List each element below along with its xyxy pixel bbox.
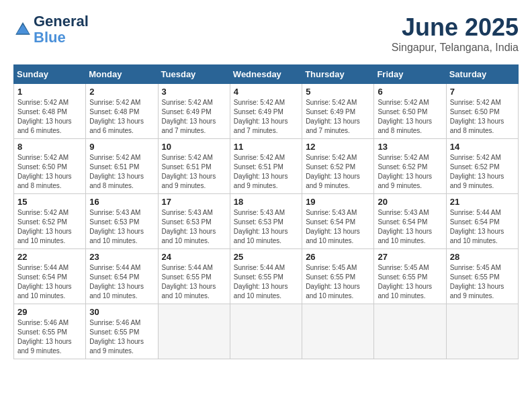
calendar-cell: 8Sunrise: 5:42 AM Sunset: 6:50 PM Daylig… [14, 139, 86, 194]
day-number: 22 [17, 252, 82, 262]
day-info: Sunrise: 5:44 AM Sunset: 6:54 PM Dayligh… [17, 263, 82, 301]
calendar-cell: 5Sunrise: 5:42 AM Sunset: 6:49 PM Daylig… [302, 84, 374, 139]
calendar-cell: 16Sunrise: 5:43 AM Sunset: 6:53 PM Dayli… [86, 194, 158, 249]
day-info: Sunrise: 5:42 AM Sunset: 6:52 PM Dayligh… [306, 153, 370, 191]
page-header: General Blue June 2025 Singapur, Telanga… [13, 13, 519, 54]
week-row-3: 15Sunrise: 5:42 AM Sunset: 6:52 PM Dayli… [14, 194, 519, 249]
calendar-cell: 24Sunrise: 5:44 AM Sunset: 6:55 PM Dayli… [158, 249, 230, 304]
day-info: Sunrise: 5:44 AM Sunset: 6:55 PM Dayligh… [234, 263, 298, 301]
day-info: Sunrise: 5:42 AM Sunset: 6:50 PM Dayligh… [17, 153, 82, 191]
day-number: 23 [89, 252, 154, 262]
calendar-cell: 13Sunrise: 5:42 AM Sunset: 6:52 PM Dayli… [374, 139, 446, 194]
calendar-cell: 22Sunrise: 5:44 AM Sunset: 6:54 PM Dayli… [14, 249, 86, 304]
day-info: Sunrise: 5:42 AM Sunset: 6:51 PM Dayligh… [89, 153, 154, 191]
day-number: 24 [162, 252, 226, 262]
day-number: 3 [162, 87, 226, 97]
calendar-cell: 21Sunrise: 5:44 AM Sunset: 6:54 PM Dayli… [446, 194, 518, 249]
day-header-friday: Friday [374, 65, 446, 84]
calendar-cell: 17Sunrise: 5:43 AM Sunset: 6:53 PM Dayli… [158, 194, 230, 249]
day-number: 4 [234, 87, 298, 97]
header-row: SundayMondayTuesdayWednesdayThursdayFrid… [14, 65, 519, 84]
day-number: 2 [89, 87, 154, 97]
calendar-cell: 2Sunrise: 5:42 AM Sunset: 6:48 PM Daylig… [86, 84, 158, 139]
day-number: 6 [378, 87, 442, 97]
svg-marker-1 [17, 24, 30, 34]
calendar-cell: 3Sunrise: 5:42 AM Sunset: 6:49 PM Daylig… [158, 84, 230, 139]
day-info: Sunrise: 5:42 AM Sunset: 6:52 PM Dayligh… [450, 153, 515, 191]
day-number: 25 [234, 252, 298, 262]
day-info: Sunrise: 5:44 AM Sunset: 6:55 PM Dayligh… [162, 263, 226, 301]
calendar-cell [302, 304, 374, 359]
calendar-cell: 15Sunrise: 5:42 AM Sunset: 6:52 PM Dayli… [14, 194, 86, 249]
day-info: Sunrise: 5:45 AM Sunset: 6:55 PM Dayligh… [450, 263, 515, 301]
day-number: 1 [17, 87, 82, 97]
calendar-cell: 9Sunrise: 5:42 AM Sunset: 6:51 PM Daylig… [86, 139, 158, 194]
day-header-thursday: Thursday [302, 65, 374, 84]
day-info: Sunrise: 5:43 AM Sunset: 6:54 PM Dayligh… [378, 208, 442, 246]
day-number: 19 [306, 197, 370, 207]
day-info: Sunrise: 5:42 AM Sunset: 6:48 PM Dayligh… [89, 98, 154, 136]
calendar-cell: 7Sunrise: 5:42 AM Sunset: 6:50 PM Daylig… [446, 84, 518, 139]
day-info: Sunrise: 5:42 AM Sunset: 6:51 PM Dayligh… [162, 153, 226, 191]
day-number: 13 [378, 142, 442, 152]
calendar-cell [446, 304, 518, 359]
calendar-cell: 30Sunrise: 5:46 AM Sunset: 6:55 PM Dayli… [86, 304, 158, 359]
day-info: Sunrise: 5:42 AM Sunset: 6:52 PM Dayligh… [17, 208, 82, 246]
day-number: 5 [306, 87, 370, 97]
day-number: 21 [450, 197, 515, 207]
day-number: 9 [89, 142, 154, 152]
day-info: Sunrise: 5:43 AM Sunset: 6:53 PM Dayligh… [234, 208, 298, 246]
day-number: 28 [450, 252, 515, 262]
day-info: Sunrise: 5:46 AM Sunset: 6:55 PM Dayligh… [89, 318, 154, 356]
week-row-4: 22Sunrise: 5:44 AM Sunset: 6:54 PM Dayli… [14, 249, 519, 304]
calendar-cell: 1Sunrise: 5:42 AM Sunset: 6:48 PM Daylig… [14, 84, 86, 139]
calendar-cell: 12Sunrise: 5:42 AM Sunset: 6:52 PM Dayli… [302, 139, 374, 194]
calendar-cell: 4Sunrise: 5:42 AM Sunset: 6:49 PM Daylig… [230, 84, 302, 139]
calendar-cell [158, 304, 230, 359]
day-header-wednesday: Wednesday [230, 65, 302, 84]
week-row-2: 8Sunrise: 5:42 AM Sunset: 6:50 PM Daylig… [14, 139, 519, 194]
day-info: Sunrise: 5:42 AM Sunset: 6:49 PM Dayligh… [162, 98, 226, 136]
calendar-cell: 19Sunrise: 5:43 AM Sunset: 6:54 PM Dayli… [302, 194, 374, 249]
day-info: Sunrise: 5:44 AM Sunset: 6:54 PM Dayligh… [450, 208, 515, 246]
day-number: 12 [306, 142, 370, 152]
day-number: 7 [450, 87, 515, 97]
day-header-sunday: Sunday [14, 65, 86, 84]
day-number: 14 [450, 142, 515, 152]
day-info: Sunrise: 5:42 AM Sunset: 6:50 PM Dayligh… [378, 98, 442, 136]
calendar-table: SundayMondayTuesdayWednesdayThursdayFrid… [13, 64, 519, 359]
day-number: 27 [378, 252, 442, 262]
subtitle: Singapur, Telangana, India [392, 42, 519, 54]
calendar-cell: 28Sunrise: 5:45 AM Sunset: 6:55 PM Dayli… [446, 249, 518, 304]
day-number: 15 [17, 197, 82, 207]
calendar-cell: 27Sunrise: 5:45 AM Sunset: 6:55 PM Dayli… [374, 249, 446, 304]
calendar-cell: 20Sunrise: 5:43 AM Sunset: 6:54 PM Dayli… [374, 194, 446, 249]
title-block: June 2025 Singapur, Telangana, India [392, 13, 519, 54]
day-info: Sunrise: 5:45 AM Sunset: 6:55 PM Dayligh… [378, 263, 442, 301]
day-header-saturday: Saturday [446, 65, 518, 84]
day-info: Sunrise: 5:43 AM Sunset: 6:53 PM Dayligh… [162, 208, 226, 246]
day-number: 20 [378, 197, 442, 207]
calendar-cell: 18Sunrise: 5:43 AM Sunset: 6:53 PM Dayli… [230, 194, 302, 249]
day-number: 18 [234, 197, 298, 207]
logo: General Blue [13, 13, 89, 46]
calendar-cell [374, 304, 446, 359]
day-info: Sunrise: 5:45 AM Sunset: 6:55 PM Dayligh… [306, 263, 370, 301]
calendar-cell [230, 304, 302, 359]
day-number: 10 [162, 142, 226, 152]
month-title: June 2025 [392, 13, 519, 42]
week-row-5: 29Sunrise: 5:46 AM Sunset: 6:55 PM Dayli… [14, 304, 519, 359]
day-header-tuesday: Tuesday [158, 65, 230, 84]
day-number: 16 [89, 197, 154, 207]
logo-text: General Blue [34, 13, 89, 46]
day-info: Sunrise: 5:43 AM Sunset: 6:53 PM Dayligh… [89, 208, 154, 246]
day-number: 30 [89, 307, 154, 317]
day-number: 29 [17, 307, 82, 317]
week-row-1: 1Sunrise: 5:42 AM Sunset: 6:48 PM Daylig… [14, 84, 519, 139]
calendar-cell: 14Sunrise: 5:42 AM Sunset: 6:52 PM Dayli… [446, 139, 518, 194]
day-info: Sunrise: 5:46 AM Sunset: 6:55 PM Dayligh… [17, 318, 82, 356]
day-info: Sunrise: 5:42 AM Sunset: 6:49 PM Dayligh… [234, 98, 298, 136]
calendar-cell: 25Sunrise: 5:44 AM Sunset: 6:55 PM Dayli… [230, 249, 302, 304]
calendar-cell: 6Sunrise: 5:42 AM Sunset: 6:50 PM Daylig… [374, 84, 446, 139]
day-number: 8 [17, 142, 82, 152]
